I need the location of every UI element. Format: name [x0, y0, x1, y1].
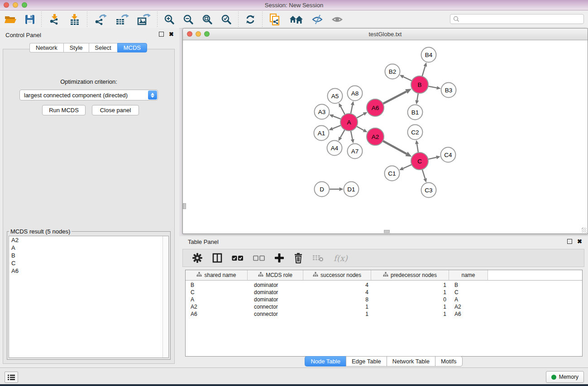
main-area: Control Panel ✖ NetworkStyleSelectMCDS O… [0, 28, 588, 367]
graph-node-label: C3 [425, 187, 432, 194]
graph-node-label: A8 [351, 90, 359, 97]
close-panel-icon[interactable]: ✖ [169, 32, 174, 36]
table-cell: 1 [371, 289, 449, 296]
graph-node-label: A5 [331, 93, 339, 100]
table-row[interactable]: Bdominator41B [186, 281, 582, 289]
criterion-select[interactable]: largest connected component (directed) [19, 90, 158, 100]
delete-table-icon[interactable] [312, 254, 324, 262]
zoom-in-icon [164, 14, 175, 25]
graph-edge-C-C4 [428, 157, 437, 159]
mcds-result-item[interactable]: A6 [9, 267, 168, 275]
graph-arrowhead [415, 140, 419, 144]
graph-edge-A-A8 [351, 105, 353, 114]
save-session-button[interactable] [21, 12, 39, 27]
toggle-panel-icon[interactable] [212, 253, 222, 263]
column-header-label: predecessor nodes [391, 272, 437, 278]
column-header-successor-nodes[interactable]: successor nodes [303, 270, 371, 281]
graph-edge-C-C3 [422, 169, 425, 179]
zoom-in-button[interactable] [160, 12, 179, 27]
function-builder-button[interactable]: f(x) [334, 253, 348, 263]
horizontal-scroll-thumb[interactable] [384, 230, 390, 233]
graph-edge-B-B4 [422, 66, 425, 76]
table-header-row: shared nameMCDS rolesuccessor nodesprede… [186, 270, 582, 281]
result-list-scrollbar[interactable] [163, 236, 168, 357]
export-network-icon [94, 14, 107, 25]
zoom-out-button[interactable] [179, 12, 198, 27]
export-image-icon [137, 14, 151, 25]
refresh-button[interactable] [241, 12, 260, 27]
mcds-result-item[interactable]: C [9, 259, 168, 267]
table-row[interactable]: Adominator80A [186, 296, 582, 303]
select-all-icon[interactable] [232, 255, 244, 261]
vertical-scroll-thumb[interactable] [183, 203, 186, 209]
tab-style[interactable]: Style [63, 43, 89, 52]
table-cell: 1 [303, 303, 371, 310]
tab-edge-table[interactable]: Edge Table [346, 356, 387, 367]
run-mcds-button[interactable]: Run MCDS [42, 105, 86, 115]
duplicate-network-button[interactable] [265, 12, 285, 27]
graph-edge-A-A6 [357, 114, 364, 118]
table-cell: connector [248, 303, 303, 310]
table-cell: A2 [449, 303, 488, 310]
table-row[interactable]: A2connector11A2 [186, 303, 582, 310]
table-cell: A [449, 296, 488, 303]
float-panel-icon[interactable] [567, 239, 572, 244]
graph-arrowhead [423, 62, 427, 67]
open-session-button[interactable] [0, 12, 21, 27]
graph-node-label: A [347, 119, 351, 126]
graph-arrowhead [423, 178, 427, 183]
tab-select[interactable]: Select [89, 43, 117, 52]
table-cell: B [186, 281, 248, 289]
mcds-result-item[interactable]: A2 [9, 236, 168, 244]
deselect-all-icon[interactable] [253, 255, 265, 261]
tab-network[interactable]: Network [29, 43, 63, 52]
resize-grip[interactable] [582, 228, 587, 233]
import-table-button[interactable] [65, 12, 85, 27]
export-image-button[interactable] [133, 12, 155, 27]
network-canvas[interactable]: B4B2BB3A8A5A6A3B1AC2A1A2A4A7C4CC1C3DD1 [183, 40, 588, 234]
task-history-button[interactable] [5, 372, 18, 383]
table-cell: connector [248, 310, 303, 318]
home-button[interactable] [285, 12, 307, 27]
close-panel-icon[interactable]: ✖ [577, 239, 582, 243]
table-row[interactable]: A6connector11A6 [186, 310, 582, 318]
table-settings-gear-icon[interactable] [192, 253, 203, 263]
close-panel-button[interactable]: Close panel [92, 105, 139, 115]
graph-node-label: A4 [331, 145, 339, 152]
export-table-button[interactable] [111, 12, 133, 27]
graph-edge-A-A1 [333, 125, 341, 129]
node-table: shared nameMCDS rolesuccessor nodesprede… [185, 270, 583, 357]
add-column-plus-icon[interactable] [274, 253, 284, 263]
zoom-fit-button[interactable] [198, 12, 217, 27]
column-header-MCDS-role[interactable]: MCDS role [248, 270, 303, 281]
memory-button[interactable]: Memory [546, 371, 584, 383]
status-bar: Memory [0, 367, 588, 384]
table-cell: 0 [371, 296, 449, 303]
tab-mcds[interactable]: MCDS [117, 43, 147, 52]
import-network-button[interactable] [44, 12, 65, 27]
hide-graphics-details-button[interactable] [307, 12, 327, 27]
search-input[interactable] [450, 14, 584, 24]
tab-motifs[interactable]: Motifs [435, 356, 463, 367]
hierarchy-icon [313, 272, 318, 278]
mcds-result-item[interactable]: B [9, 252, 168, 259]
export-network-button[interactable] [90, 12, 111, 27]
column-header-name[interactable]: name [449, 270, 488, 281]
show-graphics-details-button[interactable] [327, 12, 347, 27]
table-row[interactable]: Cdominator41C [186, 289, 582, 296]
graph-edge-A-A3 [333, 116, 341, 119]
network-window-title: testGlobe.txt [183, 31, 588, 38]
mcds-result-item[interactable]: A [9, 244, 168, 252]
mcds-result-group: MCDS result (5 nodes) A2ABCA6 [7, 228, 171, 360]
import-network-icon [48, 14, 61, 25]
desktop-strip [0, 384, 588, 386]
duplicate-network-icon [269, 13, 281, 26]
float-panel-icon[interactable] [159, 32, 164, 37]
graph-edge-C-C2 [417, 144, 418, 152]
column-header-predecessor-nodes[interactable]: predecessor nodes [371, 270, 449, 281]
tab-node-table[interactable]: Node Table [305, 356, 346, 367]
zoom-selected-button[interactable] [217, 12, 236, 27]
delete-column-trash-icon[interactable] [294, 253, 303, 263]
column-header-shared-name[interactable]: shared name [186, 270, 248, 281]
tab-network-table[interactable]: Network Table [387, 356, 435, 367]
